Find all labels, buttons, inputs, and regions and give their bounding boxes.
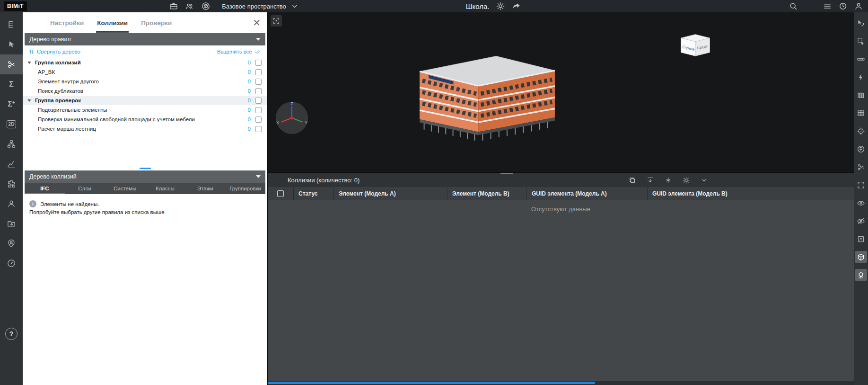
measure-icon[interactable] [855, 53, 867, 65]
tab-layers[interactable]: Слои [65, 183, 105, 194]
viewport-3d[interactable]: Справа Сзади Z Y X [268, 12, 854, 172]
chevron-down-icon[interactable] [699, 175, 709, 185]
shared-folder-icon[interactable] [0, 214, 23, 233]
collapse-tree-link[interactable]: Свернуть дерево [28, 49, 80, 55]
help-button[interactable]: ? [5, 328, 18, 340]
rules-tree-header[interactable]: Дерево правил [25, 33, 265, 45]
team-icon[interactable] [185, 1, 194, 11]
align-center-icon[interactable] [663, 175, 673, 185]
plugins-icon[interactable] [0, 174, 23, 194]
tab-groupings[interactable]: Группировки [225, 183, 265, 194]
column-guid-b[interactable]: GUID элемента (Модель B) [648, 187, 854, 200]
select-area-icon[interactable] [855, 35, 867, 47]
select-cursor-icon[interactable] [0, 35, 23, 54]
share-icon[interactable] [512, 1, 521, 11]
tab-classes[interactable]: Классы [145, 183, 185, 194]
close-icon[interactable]: ✕ [253, 18, 261, 27]
select-all-link[interactable]: Выделить всё [217, 49, 261, 55]
visibility-icon[interactable] [855, 197, 867, 209]
visibility-off-icon[interactable] [855, 215, 867, 227]
rule-checkbox[interactable] [255, 69, 262, 75]
focus-target-icon[interactable] [855, 125, 867, 137]
scrollbar-thumb[interactable] [268, 382, 595, 384]
section-cut-icon[interactable] [855, 161, 867, 173]
project-title-group: Школа. [466, 1, 522, 11]
tab-settings[interactable]: Настройки [49, 13, 85, 33]
rule-checkbox[interactable] [255, 98, 262, 104]
plan-icon[interactable] [855, 143, 867, 155]
column-status[interactable]: Статус [294, 187, 334, 200]
caret-down-icon[interactable] [27, 62, 35, 64]
column-element-a[interactable]: Элемент (Модель A) [334, 187, 447, 200]
tab-systems[interactable]: Системы [105, 183, 145, 194]
settings-gear-icon[interactable] [496, 1, 505, 11]
hierarchy-icon[interactable] [0, 134, 23, 154]
rule-checkbox[interactable] [255, 116, 262, 123]
column-guid-a[interactable]: GUID элемента (Модель A) [527, 187, 648, 200]
rule-label: Элемент внутри другого [38, 79, 99, 84]
panel-resize-handle[interactable] [500, 173, 513, 174]
import-icon[interactable] [645, 175, 655, 185]
panel-menu-icon[interactable] [273, 176, 282, 184]
user-location-icon[interactable] [0, 233, 23, 253]
sum-icon[interactable]: Σ [0, 74, 23, 94]
rule-checkbox[interactable] [255, 79, 262, 85]
splitter-handle[interactable] [140, 168, 151, 169]
sum-plus-icon[interactable]: Σ + [0, 94, 23, 114]
axis-gizmo[interactable]: Z Y X [274, 100, 309, 135]
cube-axes-icon[interactable] [855, 269, 867, 281]
rule-count: 0 [248, 88, 251, 94]
panel-splitter[interactable] [23, 166, 267, 170]
rule-checkbox[interactable] [255, 60, 262, 66]
clash-detection-icon[interactable] [0, 54, 23, 74]
tab-ifc[interactable]: IFC [25, 183, 65, 194]
tree-row[interactable]: Подозрительные элементы 0 [23, 105, 267, 115]
settings-gear-icon[interactable] [681, 175, 691, 185]
rule-checkbox[interactable] [255, 107, 262, 113]
focus-model-button[interactable] [271, 15, 282, 27]
lightning-icon[interactable] [855, 71, 867, 83]
no-data-text: Отсутствуют данные [531, 206, 590, 213]
panel-menu-icon[interactable] [29, 18, 38, 27]
tree-row[interactable]: Группа коллизий 0 [23, 58, 267, 67]
2d-view-icon[interactable]: 2D [0, 114, 23, 134]
search-icon[interactable] [789, 1, 798, 11]
fit-view-icon[interactable] [855, 179, 867, 191]
horizontal-scrollbar[interactable] [268, 381, 854, 385]
tree-row[interactable]: Поиск дубликатов 0 [23, 86, 267, 96]
navigation-cube[interactable]: Справа Сзади [677, 31, 713, 58]
orbit-icon[interactable] [855, 17, 867, 29]
model-tree-icon[interactable] [0, 15, 23, 35]
grid-table-icon[interactable] [855, 107, 867, 119]
collisions-tree-header[interactable]: Дерево коллизий [25, 170, 265, 183]
tab-checks[interactable]: Проверки [140, 13, 173, 33]
caret-down-icon[interactable] [27, 99, 35, 102]
tree-row[interactable]: Проверка минимальной свободной площади с… [23, 115, 267, 124]
duplicate-icon[interactable] [627, 175, 637, 185]
walls-icon[interactable] [855, 89, 867, 101]
history-icon[interactable] [838, 1, 848, 11]
column-element-b[interactable]: Элемент (Модель B) [447, 187, 527, 200]
model-space-icon[interactable] [201, 1, 210, 11]
empty-state-hint: Попробуйте выбрать другие правила из спи… [29, 209, 261, 215]
chart-icon[interactable] [0, 154, 23, 174]
tab-collisions[interactable]: Коллизии [96, 13, 129, 33]
tree-row[interactable]: Расчет марша лестниц 0 [23, 124, 267, 134]
close-square-icon[interactable] [855, 233, 867, 245]
dashboard-icon[interactable] [0, 253, 23, 273]
user-icon[interactable] [0, 194, 23, 214]
rule-checkbox[interactable] [255, 126, 262, 132]
menu-list-icon[interactable] [823, 1, 832, 11]
select-all-checkbox[interactable] [277, 190, 284, 197]
tree-row[interactable]: Элемент внутри другого 0 [23, 77, 267, 86]
projects-icon[interactable] [169, 1, 178, 11]
app-logo: BIMiT [4, 1, 27, 11]
rule-checkbox[interactable] [255, 88, 262, 94]
tab-floors[interactable]: Этажи [185, 183, 225, 194]
workspace-selector[interactable]: Базовое пространство [222, 1, 299, 11]
tree-row[interactable]: АР_ВК 0 [23, 67, 267, 77]
user-account-icon[interactable] [854, 1, 863, 11]
cube-view-icon[interactable] [855, 251, 867, 263]
rule-label: Группа проверок [35, 98, 81, 103]
tree-row[interactable]: Группа проверок 0 [23, 96, 267, 105]
